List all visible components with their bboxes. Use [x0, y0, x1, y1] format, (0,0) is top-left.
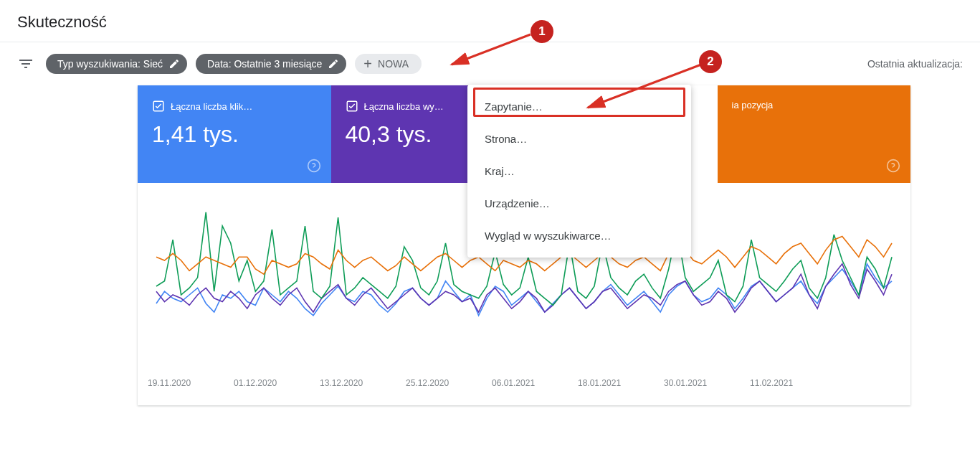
metric-header: ia pozycja [732, 100, 897, 110]
checkbox-checked-icon [152, 100, 165, 113]
x-tick: 25.12.2020 [406, 378, 492, 388]
dropdown-item[interactable]: Strona… [467, 123, 691, 155]
dropdown-item[interactable]: Wygląd w wyszukiwarce… [467, 220, 691, 252]
chip-label: Typ wyszukiwania: Sieć [57, 58, 163, 70]
x-tick: 11.02.2021 [750, 378, 836, 388]
metric-position[interactable]: ia pozycja [718, 85, 911, 183]
svg-line-5 [452, 34, 531, 65]
svg-point-1 [308, 160, 320, 172]
dropdown-item[interactable]: Kraj… [467, 155, 691, 187]
metric-value: 1,41 tys. [152, 121, 317, 148]
svg-point-4 [888, 160, 900, 172]
last-update-label: Ostatnia aktualizacja: [867, 58, 963, 70]
annotation-callout-2: 2 [699, 50, 722, 73]
edit-icon [328, 58, 339, 70]
x-tick: 01.12.2020 [234, 378, 320, 388]
x-tick: 18.01.2021 [578, 378, 664, 388]
metric-clicks[interactable]: Łączna liczba klik… 1,41 tys. [138, 85, 331, 183]
annotation-arrow-2 [581, 61, 710, 118]
new-filter-button[interactable]: + NOWA [355, 54, 422, 74]
edit-icon [168, 58, 180, 70]
filter-chip-date[interactable]: Data: Ostatnie 3 miesiące [196, 54, 346, 74]
annotation-arrow-1 [444, 29, 538, 72]
annotation-callout-1: 1 [531, 20, 553, 43]
svg-line-6 [588, 65, 701, 108]
x-tick: 06.01.2021 [492, 378, 578, 388]
x-tick: 13.12.2020 [320, 378, 406, 388]
chip-label: Data: Ostatnie 3 miesiące [207, 58, 322, 70]
help-icon[interactable] [886, 159, 900, 176]
new-label: NOWA [378, 58, 409, 70]
checkbox-checked-icon [346, 100, 358, 113]
filter-icon[interactable] [17, 55, 34, 72]
metric-header: Łączna liczba klik… [152, 100, 317, 113]
plus-icon: + [363, 59, 372, 69]
dropdown-item[interactable]: Urządzenie… [467, 187, 691, 220]
x-tick: 19.11.2020 [148, 378, 234, 388]
help-icon[interactable] [307, 159, 321, 176]
x-tick: 30.01.2021 [664, 378, 750, 388]
x-axis: 19.11.202001.12.202013.12.202025.12.2020… [138, 372, 910, 405]
filter-chip-search-type[interactable]: Typ wyszukiwania: Sieć [46, 54, 187, 74]
